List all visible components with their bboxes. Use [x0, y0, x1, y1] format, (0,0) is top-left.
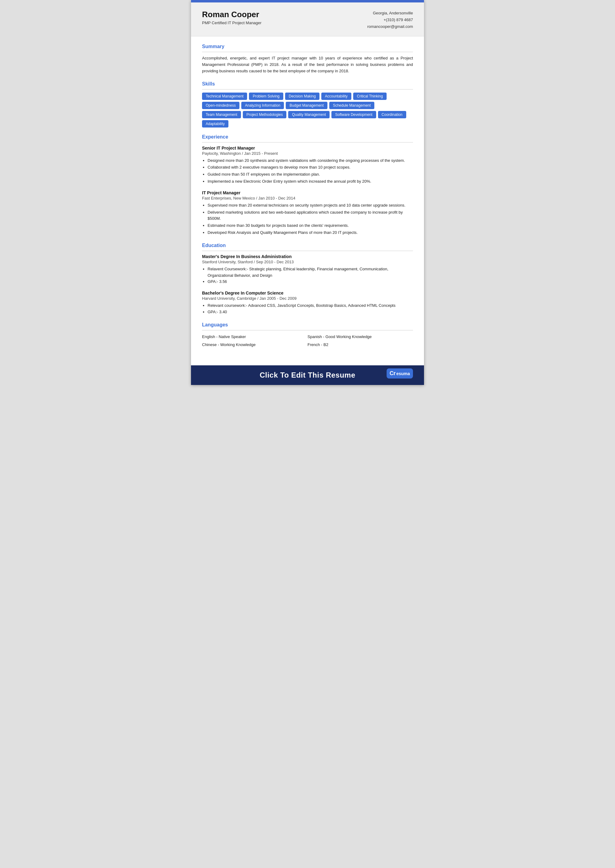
- bullet-item: Implemented a new Electronic Order Entry…: [208, 178, 413, 185]
- school-name: Harvard University, Cambridge / Jan 2005…: [202, 296, 413, 301]
- skill-badge: Adaptability: [202, 120, 228, 128]
- bullet-item: Collaborated with 2 executive managers t…: [208, 164, 413, 171]
- skills-section: Skills Technical ManagementProblem Solvi…: [202, 81, 413, 128]
- bullet-item: Developed Risk Analysis and Quality Mana…: [208, 229, 413, 236]
- education-title: Education: [202, 243, 413, 248]
- footer-logo: Cr esuma: [387, 368, 413, 379]
- summary-divider: [202, 52, 413, 52]
- skill-badge: Team Management: [202, 111, 241, 118]
- candidate-email: romancooper@gmail.com: [367, 23, 413, 30]
- job-company: Fast Enterprises, New Mexico / Jan 2010 …: [202, 196, 413, 201]
- bullet-item: GPA:- 3.40: [208, 309, 413, 315]
- experience-container: Senior IT Project ManagerPaylocity, Wash…: [202, 146, 413, 236]
- languages-title: Languages: [202, 322, 413, 328]
- bullet-item: Supervised more than 20 external technic…: [208, 202, 413, 209]
- bullet-item: Relavent Coursework:- Strategic planning…: [208, 266, 413, 279]
- experience-title: Experience: [202, 134, 413, 140]
- experience-section: Experience Senior IT Project ManagerPayl…: [202, 134, 413, 236]
- language-item: English - Native Speaker: [202, 333, 308, 340]
- bullet-item: Relevant coursework:- Advanced CSS, Java…: [208, 302, 413, 309]
- skill-badge: Critical Thinking: [353, 93, 387, 100]
- candidate-phone: +(310) 879 4687: [367, 17, 413, 23]
- footer-logo-icon: Cr: [390, 370, 396, 377]
- languages-grid: English - Native SpeakerSpanish - Good W…: [202, 333, 413, 348]
- skill-badge: Schedule Management: [329, 102, 374, 109]
- summary-text: Accomplished, energetic, and expert IT p…: [202, 55, 413, 74]
- summary-title: Summary: [202, 44, 413, 49]
- education-item: Bachelor's Degree In Computer ScienceHar…: [202, 291, 413, 315]
- skill-badge: Decision Making: [285, 93, 320, 100]
- bullet-item: Delivered marketing solutions and two we…: [208, 209, 413, 222]
- edu-bullets: Relevant coursework:- Advanced CSS, Java…: [202, 302, 413, 315]
- languages-divider: [202, 330, 413, 330]
- bullet-item: Estimated more than 30 budgets for proje…: [208, 223, 413, 229]
- degree-title: Master's Degree In Business Administrati…: [202, 254, 413, 259]
- footer-cta-text[interactable]: Click To Edit This Resume: [260, 371, 355, 379]
- skill-badge: Project Methodologies: [243, 111, 287, 118]
- top-accent-bar: [191, 0, 424, 2]
- language-item: Spanish - Good Working Knowledge: [308, 333, 413, 340]
- skill-badge: Technical Management: [202, 93, 247, 100]
- experience-item: IT Project ManagerFast Enterprises, New …: [202, 190, 413, 236]
- skill-badge: Quality Management: [288, 111, 329, 118]
- education-section: Education Master's Degree In Business Ad…: [202, 243, 413, 315]
- job-company: Paylocity, Washington / Jan 2015 - Prese…: [202, 151, 413, 156]
- education-divider: [202, 251, 413, 251]
- candidate-name: Roman Cooper: [202, 10, 262, 19]
- footer-logo-text: esuma: [396, 371, 410, 376]
- bullet-item: GPA:- 3.56: [208, 279, 413, 285]
- skill-badge: Open-mindedness: [202, 102, 239, 109]
- main-content: Summary Accomplished, energetic, and exp…: [191, 36, 424, 362]
- job-title: Senior IT Project Manager: [202, 146, 413, 151]
- skills-title: Skills: [202, 81, 413, 87]
- bullet-item: Guided more than 50 IT employees on the …: [208, 171, 413, 178]
- header-right: Georgia, Andersonville +(310) 879 4687 r…: [367, 10, 413, 30]
- edu-bullets: Relavent Coursework:- Strategic planning…: [202, 266, 413, 285]
- job-bullets: Supervised more than 20 external technic…: [202, 202, 413, 236]
- language-item: Chinese - Working Knowledge: [202, 341, 308, 348]
- skill-badge: Analyzing Information: [241, 102, 284, 109]
- resume-page: Roman Cooper PMP Certified IT Project Ma…: [191, 0, 424, 385]
- languages-section: Languages English - Native SpeakerSpanis…: [202, 322, 413, 348]
- skill-badge: Coordination: [378, 111, 406, 118]
- education-item: Master's Degree In Business Administrati…: [202, 254, 413, 285]
- school-name: Stanford University, Stanford / Sep 2010…: [202, 260, 413, 264]
- job-bullets: Designed more than 20 synthesis and syst…: [202, 157, 413, 185]
- bullet-item: Designed more than 20 synthesis and syst…: [208, 157, 413, 164]
- header-section: Roman Cooper PMP Certified IT Project Ma…: [191, 2, 424, 36]
- skills-container: Technical ManagementProblem SolvingDecis…: [202, 93, 413, 128]
- summary-section: Summary Accomplished, energetic, and exp…: [202, 44, 413, 74]
- experience-item: Senior IT Project ManagerPaylocity, Wash…: [202, 146, 413, 185]
- skill-badge: Problem Solving: [249, 93, 283, 100]
- header-left: Roman Cooper PMP Certified IT Project Ma…: [202, 10, 262, 25]
- skill-badge: Software Development: [331, 111, 376, 118]
- degree-title: Bachelor's Degree In Computer Science: [202, 291, 413, 296]
- education-container: Master's Degree In Business Administrati…: [202, 254, 413, 315]
- skill-badge: Budget Management: [286, 102, 327, 109]
- footer-cta[interactable]: Click To Edit This Resume Cr esuma: [191, 365, 424, 385]
- candidate-location: Georgia, Andersonville: [367, 10, 413, 17]
- job-title: IT Project Manager: [202, 190, 413, 195]
- candidate-title: PMP Certified IT Project Manager: [202, 20, 262, 25]
- language-item: French - B2: [308, 341, 413, 348]
- skill-badge: Accountability: [321, 93, 351, 100]
